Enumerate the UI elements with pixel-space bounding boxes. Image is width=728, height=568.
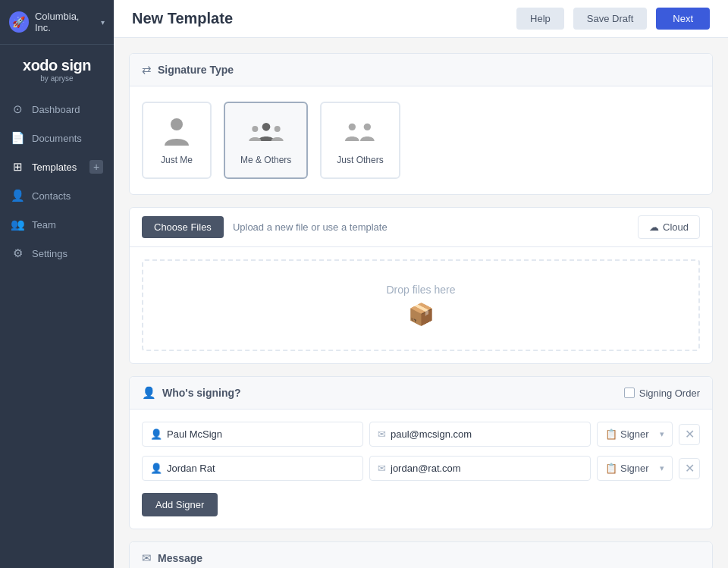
sidebar-item-dashboard[interactable]: ⊙ Dashboard — [0, 95, 114, 124]
svg-point-3 — [274, 126, 280, 132]
next-button[interactable]: Next — [656, 8, 710, 30]
me-others-icon — [248, 115, 284, 149]
choose-files-button[interactable]: Choose Files — [142, 216, 224, 238]
add-signer-button[interactable]: Add Signer — [142, 493, 218, 516]
drop-text: Drop files here — [386, 284, 455, 296]
sidebar-item-label: Team — [32, 219, 56, 231]
help-button[interactable]: Help — [516, 8, 564, 30]
sig-option-just-me[interactable]: Just Me — [142, 102, 212, 179]
svg-point-1 — [262, 123, 270, 131]
signer-email-field[interactable] — [391, 428, 582, 440]
signing-order-container: Signing Order — [624, 388, 700, 399]
arrows-icon: ⇄ — [142, 63, 152, 77]
signer-name-field[interactable] — [167, 463, 355, 474]
role-chevron-icon: ▾ — [660, 463, 664, 473]
cloud-icon: ☁ — [649, 221, 659, 233]
clipboard-icon: 📋 — [605, 428, 617, 440]
templates-icon: ⊞ — [11, 160, 24, 174]
signer-role-label: Signer — [620, 463, 649, 474]
sidebar-item-settings[interactable]: ⚙ Settings — [0, 239, 114, 268]
content-area: ⇄ Signature Type Just Me — [114, 38, 728, 568]
sidebar-item-label: Documents — [32, 133, 82, 144]
signer-email-input[interactable]: ✉ — [369, 422, 591, 447]
signing-order-label: Signing Order — [639, 388, 700, 399]
contacts-icon: 👤 — [11, 189, 24, 202]
sig-option-label: Just Others — [337, 155, 383, 165]
signers-title: Who's signing? — [162, 387, 241, 399]
signing-order-checkbox[interactable] — [624, 388, 635, 398]
main-content: New Template Help Save Draft Next ⇄ Sign… — [114, 0, 728, 568]
files-bar: Choose Files Upload a new file or use a … — [130, 208, 712, 247]
sidebar-item-documents[interactable]: 📄 Documents — [0, 124, 114, 152]
topbar: New Template Help Save Draft Next — [114, 0, 728, 38]
nav-menu: ⊙ Dashboard 📄 Documents ⊞ Templates + 👤 … — [0, 89, 114, 568]
person-icon: 👤 — [150, 428, 162, 440]
add-template-button[interactable]: + — [89, 160, 103, 174]
signer-role-label: Signer — [620, 428, 649, 440]
files-hint: Upload a new file or use a template — [233, 221, 629, 233]
svg-point-5 — [364, 124, 371, 130]
sidebar: 🚀 Columbia, Inc. ▾ xodo sign by apryse ⊙… — [0, 0, 114, 568]
cloud-label: Cloud — [663, 221, 689, 233]
signer-name-input[interactable]: 👤 — [142, 456, 363, 481]
message-section: ✉ Message Document Title Message — [129, 541, 713, 568]
remove-signer-button[interactable]: ✕ — [679, 424, 700, 445]
drop-icon: 📦 — [408, 302, 435, 327]
sidebar-item-contacts[interactable]: 👤 Contacts — [0, 181, 114, 210]
just-me-icon — [158, 115, 195, 149]
sidebar-item-label: Settings — [32, 248, 67, 259]
brand-section: xodo sign by apryse — [0, 45, 114, 89]
settings-icon: ⚙ — [11, 246, 24, 260]
sig-option-label: Just Me — [161, 155, 193, 165]
signature-type-header: ⇄ Signature Type — [130, 54, 712, 86]
company-chevron-icon: ▾ — [101, 18, 105, 27]
svg-point-4 — [349, 124, 356, 130]
signature-type-title: Signature Type — [158, 64, 234, 76]
remove-signer-button[interactable]: ✕ — [679, 458, 700, 479]
signer-role-select[interactable]: 📋 Signer ▾ — [597, 422, 673, 447]
sidebar-item-team[interactable]: 👥 Team — [0, 210, 114, 239]
just-others-icon — [342, 115, 378, 149]
dashboard-icon: ⊙ — [11, 102, 24, 116]
signing-body: 👤 ✉ 📋 Signer ▾ ✕ — [130, 410, 712, 529]
signers-header: 👤 Who's signing? Signing Order — [130, 377, 712, 410]
person-icon: 👤 — [150, 463, 162, 474]
sidebar-item-label: Templates — [32, 162, 77, 173]
sig-option-label: Me & Others — [240, 155, 291, 165]
signer-row: 👤 ✉ 📋 Signer ▾ ✕ — [142, 456, 700, 481]
message-icon: ✉ — [142, 551, 152, 565]
signer-email-input[interactable]: ✉ — [369, 456, 591, 481]
sidebar-header[interactable]: 🚀 Columbia, Inc. ▾ — [0, 0, 114, 45]
page-title: New Template — [132, 10, 507, 27]
templates-add: + — [89, 160, 103, 174]
signers-icon: 👤 — [142, 386, 156, 400]
message-header: ✉ Message — [130, 542, 712, 568]
sidebar-item-label: Contacts — [32, 190, 71, 202]
company-name: Columbia, Inc. — [35, 11, 93, 33]
cloud-button[interactable]: ☁ Cloud — [638, 215, 700, 239]
drop-zone[interactable]: Drop files here 📦 — [142, 259, 700, 351]
signer-email-field[interactable] — [391, 463, 582, 474]
signers-section: 👤 Who's signing? Signing Order 👤 ✉ — [129, 376, 713, 529]
signer-name-input[interactable]: 👤 — [142, 422, 363, 447]
sig-option-me-others[interactable]: Me & Others — [224, 102, 308, 179]
role-chevron-icon: ▾ — [660, 429, 664, 439]
signature-type-options: Just Me Me & Others — [130, 86, 712, 194]
signature-type-section: ⇄ Signature Type Just Me — [129, 53, 713, 195]
logo-icon: 🚀 — [9, 11, 29, 33]
signer-name-field[interactable] — [167, 428, 355, 440]
save-draft-button[interactable]: Save Draft — [573, 8, 647, 30]
brand-sub: by apryse — [9, 74, 105, 83]
message-title: Message — [158, 552, 202, 564]
svg-point-0 — [171, 118, 183, 130]
signer-role-select[interactable]: 📋 Signer ▾ — [597, 456, 673, 481]
sidebar-item-templates[interactable]: ⊞ Templates + — [0, 152, 114, 181]
email-icon: ✉ — [378, 463, 386, 474]
sidebar-item-label: Dashboard — [32, 104, 80, 115]
svg-point-2 — [252, 126, 258, 132]
signer-row: 👤 ✉ 📋 Signer ▾ ✕ — [142, 422, 700, 447]
sig-option-just-others[interactable]: Just Others — [320, 102, 400, 179]
clipboard-icon: 📋 — [605, 463, 617, 474]
brand-name: xodo sign — [9, 57, 105, 74]
files-section: Choose Files Upload a new file or use a … — [129, 207, 713, 364]
